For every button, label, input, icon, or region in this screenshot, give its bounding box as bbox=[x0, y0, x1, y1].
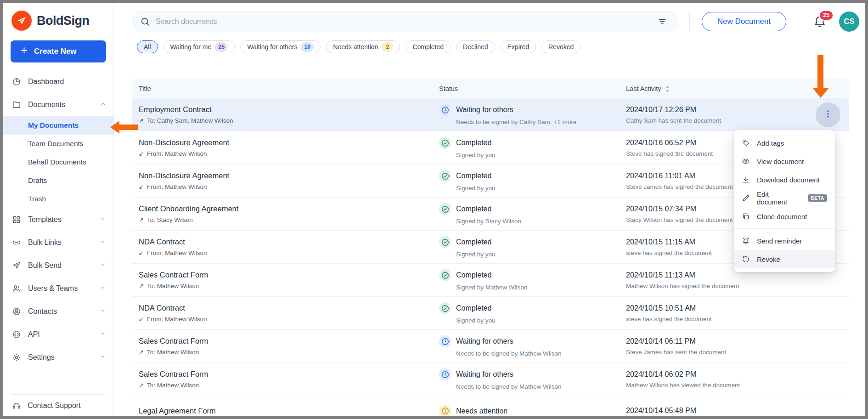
chevron-down-icon bbox=[100, 284, 106, 293]
check-circle-icon bbox=[439, 269, 451, 281]
brand-name: BoldSign bbox=[37, 14, 89, 28]
check-circle-icon bbox=[439, 302, 451, 314]
search-bar bbox=[132, 11, 677, 32]
table-row[interactable]: Sales Contract Form ↗To: Mathew Wilson W… bbox=[132, 330, 849, 363]
status-label: Completed bbox=[456, 139, 491, 147]
sidebar-item-team-documents[interactable]: Team Documents bbox=[3, 135, 113, 153]
sidebar-item-documents[interactable]: Documents bbox=[3, 93, 113, 116]
sidebar-item-trash[interactable]: Trash bbox=[3, 190, 113, 208]
contact-support-button[interactable]: Contact Support bbox=[3, 395, 113, 416]
filter-chip-all[interactable]: All bbox=[137, 40, 158, 53]
document-recipient: From: Mathew Wilson bbox=[147, 183, 207, 190]
column-header-last-activity[interactable]: Last Activity bbox=[626, 85, 812, 92]
sidebar-item-settings[interactable]: Settings bbox=[3, 346, 113, 369]
chip-count-badge: 2 bbox=[382, 42, 393, 52]
status-detail: Signed by Mathew Wilson bbox=[439, 284, 626, 291]
menu-item-add-tags[interactable]: Add tags bbox=[734, 134, 835, 152]
sidebar: BoldSign Create New Dashboard Documents … bbox=[3, 3, 114, 416]
sidebar-footer: Contact Support bbox=[3, 394, 113, 416]
menu-item-view-document[interactable]: View document bbox=[734, 152, 835, 170]
document-recipient: To: Stacy Wilson bbox=[147, 216, 193, 223]
clock-icon bbox=[439, 368, 451, 380]
filter-button[interactable] bbox=[650, 12, 674, 31]
folder-icon bbox=[12, 100, 21, 109]
boldsign-logo-icon bbox=[11, 11, 32, 31]
chip-count-badge: 25 bbox=[215, 42, 228, 52]
plus-icon bbox=[20, 46, 28, 57]
column-header-status: Status bbox=[439, 85, 626, 92]
bell-icon bbox=[813, 22, 827, 29]
notifications-button[interactable]: 25 bbox=[813, 14, 827, 29]
new-document-button[interactable]: New Document bbox=[702, 12, 786, 31]
sidebar-item-behalf-documents[interactable]: Behalf Documents bbox=[3, 153, 113, 171]
send-icon bbox=[12, 261, 21, 270]
sidebar-item-contacts[interactable]: Contacts bbox=[3, 300, 113, 323]
chevron-down-icon bbox=[100, 238, 106, 247]
filter-chip-needs-attention[interactable]: Needs attention 2 bbox=[326, 40, 400, 53]
annotation-arrow-my-documents bbox=[110, 121, 139, 134]
brand-logo[interactable]: BoldSign bbox=[3, 3, 113, 31]
gear-icon bbox=[12, 353, 21, 362]
sidebar-item-my-documents[interactable]: My Documents bbox=[3, 116, 113, 135]
outgoing-arrow-icon: ↗ bbox=[139, 117, 144, 124]
row-more-actions-button[interactable] bbox=[816, 102, 840, 127]
sidebar-item-dashboard[interactable]: Dashboard bbox=[3, 70, 113, 93]
table-row[interactable]: Employment Contract ↗To: Cathy Sam, Math… bbox=[132, 98, 849, 131]
sidebar-item-bulk-links[interactable]: Bulk Links bbox=[3, 231, 113, 254]
activity-date: 2024/10/14 06:11 PM bbox=[626, 337, 812, 345]
outgoing-arrow-icon: ↗ bbox=[139, 349, 144, 356]
sidebar-item-drafts[interactable]: Drafts bbox=[3, 171, 113, 190]
menu-item-clone-document[interactable]: Clone document bbox=[734, 207, 835, 226]
row-actions-menu: Add tags View document Download document… bbox=[734, 130, 835, 272]
document-recipient: From: Mathew Wilson bbox=[147, 150, 207, 157]
status-label: Waiting for others bbox=[456, 106, 513, 114]
document-title: Non-Disclosure Agreement bbox=[139, 138, 439, 147]
notification-count-badge: 25 bbox=[819, 10, 834, 21]
document-recipient: From: Mathew Wilson bbox=[147, 249, 207, 256]
menu-item-send-reminder[interactable]: Send reminder bbox=[734, 232, 835, 250]
document-title: NDA Contract bbox=[139, 304, 439, 312]
user-avatar[interactable]: CS bbox=[839, 11, 859, 32]
sidebar-item-templates[interactable]: Templates bbox=[3, 208, 113, 231]
sidebar-item-users-teams[interactable]: Users & Teams bbox=[3, 277, 113, 300]
eye-icon bbox=[742, 157, 750, 165]
table-row[interactable]: Legal Agreement Form Needs attention 202… bbox=[132, 396, 849, 416]
menu-item-edit-document[interactable]: Edit document BETA bbox=[734, 189, 835, 207]
filter-chip-expired[interactable]: Expired bbox=[501, 40, 536, 53]
sidebar-item-bulk-send[interactable]: Bulk Send bbox=[3, 254, 113, 277]
activity-date: 2024/10/14 06:02 PM bbox=[626, 370, 812, 379]
status-filter-chips: All Waiting for me 25 Waiting for others… bbox=[114, 40, 865, 53]
status-detail: Signed by Stacy Wilson bbox=[439, 218, 626, 225]
menu-item-revoke[interactable]: Revoke bbox=[734, 250, 835, 268]
status-detail: Signed by you bbox=[439, 251, 626, 258]
filter-chip-declined[interactable]: Declined bbox=[456, 40, 495, 53]
status-label: Completed bbox=[456, 304, 491, 312]
filter-chip-completed[interactable]: Completed bbox=[406, 40, 451, 53]
menu-item-download-document[interactable]: Download document bbox=[734, 170, 835, 189]
document-title: NDA Contract bbox=[139, 238, 439, 246]
document-recipient: To: Cathy Sam, Mathew Wilson bbox=[147, 117, 233, 124]
table-row[interactable]: Sales Contract Form ↗To: Mathew Wilson W… bbox=[132, 363, 849, 396]
dashboard-icon bbox=[12, 77, 21, 86]
document-title: Client Onboarding Agreement bbox=[139, 204, 439, 213]
search-input[interactable] bbox=[150, 17, 650, 26]
filter-chip-waiting-for-me[interactable]: Waiting for me 25 bbox=[163, 40, 235, 53]
activity-date: 2024/10/15 10:51 AM bbox=[626, 304, 812, 312]
sort-icon[interactable] bbox=[665, 85, 671, 92]
templates-icon bbox=[12, 215, 21, 224]
chevron-down-icon bbox=[100, 353, 106, 362]
chevron-down-icon bbox=[100, 307, 106, 316]
chevron-down-icon bbox=[100, 330, 106, 339]
status-label: Completed bbox=[456, 271, 491, 279]
activity-detail: steve has signed the document bbox=[626, 316, 812, 323]
link-icon bbox=[12, 238, 21, 247]
filter-chip-waiting-for-others[interactable]: Waiting for others 10 bbox=[240, 40, 321, 53]
column-header-title: Title bbox=[132, 85, 439, 92]
pencil-icon bbox=[742, 194, 750, 202]
table-row[interactable]: NDA Contract ↙From: Mathew Wilson Comple… bbox=[132, 297, 849, 330]
incoming-arrow-icon: ↙ bbox=[139, 316, 144, 323]
check-circle-icon bbox=[439, 203, 451, 215]
sidebar-item-api[interactable]: API bbox=[3, 323, 113, 346]
filter-chip-revoked[interactable]: Revoked bbox=[541, 40, 581, 53]
create-new-button[interactable]: Create New bbox=[11, 40, 106, 62]
